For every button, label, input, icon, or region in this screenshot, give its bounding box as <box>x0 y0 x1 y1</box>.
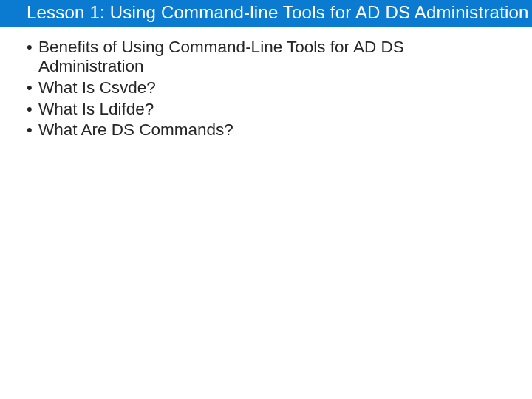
bullet-list: Benefits of Using Command-Line Tools for… <box>27 38 505 140</box>
slide: Lesson 1: Using Command-line Tools for A… <box>0 0 532 399</box>
list-item: Benefits of Using Command-Line Tools for… <box>27 38 505 77</box>
list-item: What Is Ldifde? <box>27 100 505 120</box>
slide-title: Lesson 1: Using Command-line Tools for A… <box>0 0 532 27</box>
slide-body: Benefits of Using Command-Line Tools for… <box>0 27 532 140</box>
list-item: What Is Csvde? <box>27 78 505 98</box>
list-item: What Are DS Commands? <box>27 120 505 140</box>
